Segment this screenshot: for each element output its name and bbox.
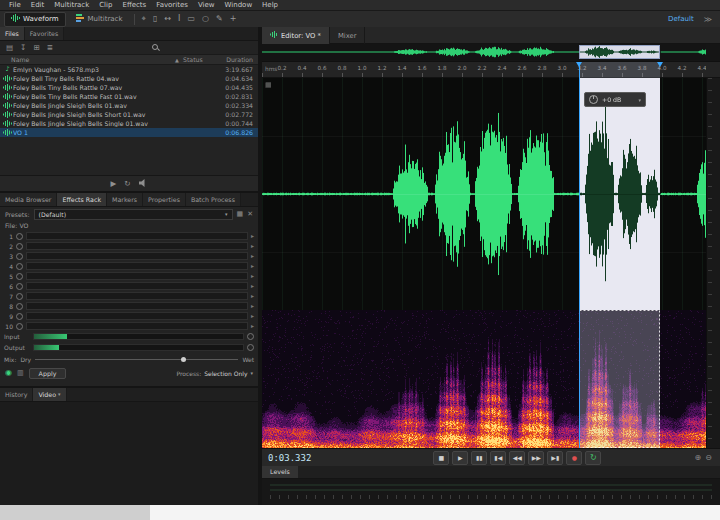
effect-slot-arrow-icon[interactable]: ▸ <box>251 253 254 259</box>
menu-multitrack[interactable]: Multitrack <box>49 1 94 9</box>
files-column-header[interactable]: Name ▲ Status Duration <box>0 55 258 65</box>
process-selector[interactable]: Process: Selection Only ▾ <box>176 370 253 377</box>
spectrogram-display[interactable] <box>262 310 720 448</box>
effect-power-toggle[interactable] <box>16 253 23 260</box>
tab-mixer[interactable]: Mixer <box>330 27 366 44</box>
effect-power-toggle[interactable] <box>16 283 23 290</box>
effect-slot-field[interactable] <box>26 302 248 310</box>
effect-power-toggle[interactable] <box>16 243 23 250</box>
insert-into-multitrack-icon[interactable]: ≣ <box>47 44 53 52</box>
stop-button[interactable]: ■ <box>433 451 449 465</box>
menu-file[interactable]: File <box>4 1 26 9</box>
effect-slot-arrow-icon[interactable]: ▸ <box>251 293 254 299</box>
waveform-view-button[interactable]: Waveform <box>4 12 66 27</box>
volume-knob-icon[interactable] <box>589 95 598 104</box>
effect-slot-field[interactable] <box>26 282 248 290</box>
rack-power-icon[interactable]: ◉ <box>5 369 12 377</box>
timeline-ruler[interactable]: hms 0.20.40.60.81.01.21.41.61.82.02.22.4… <box>262 62 720 78</box>
effect-slot-arrow-icon[interactable]: ▸ <box>251 283 254 289</box>
effect-slot-field[interactable] <box>26 292 248 300</box>
import-file-icon[interactable]: ↧ <box>20 44 26 52</box>
workspace-selector[interactable]: Default <box>668 15 694 23</box>
effect-power-toggle[interactable] <box>16 233 23 240</box>
fast-forward-button[interactable]: ▶▶ <box>528 451 544 465</box>
menu-edit[interactable]: Edit <box>26 1 50 9</box>
effect-power-toggle[interactable] <box>16 293 23 300</box>
skip-to-start-button[interactable]: ▮◀ <box>490 451 506 465</box>
effect-slot[interactable]: 4▸ <box>0 261 258 271</box>
zoom-out-icon[interactable]: ⊖ <box>705 453 712 462</box>
effect-slot-field[interactable] <box>26 232 248 240</box>
tab-markers[interactable]: Markers <box>107 193 143 206</box>
effect-slot[interactable]: 9▸ <box>0 311 258 321</box>
preview-loop-icon[interactable]: ↻ <box>124 180 130 188</box>
pause-button[interactable]: ▮▮ <box>471 451 487 465</box>
effect-slot-field[interactable] <box>26 272 248 280</box>
time-selection-tool-icon[interactable]: I <box>178 15 180 23</box>
save-preset-icon[interactable]: ▦ <box>237 211 244 218</box>
multitrack-view-button[interactable]: Multitrack <box>70 13 129 26</box>
output-toggle[interactable] <box>247 344 254 351</box>
preview-play-icon[interactable]: ▶ <box>110 180 116 188</box>
tab-video[interactable]: Video ▾ <box>33 388 66 401</box>
file-row[interactable]: Foley Bells Jingle Sleigh Bells Short 01… <box>0 110 258 119</box>
effect-slot-field[interactable] <box>26 242 248 250</box>
effect-slot-field[interactable] <box>26 252 248 260</box>
open-file-icon[interactable]: ▤ <box>6 44 13 52</box>
tab-favorites[interactable]: Favorites <box>25 27 64 40</box>
file-row[interactable]: ♪Emlyn Vaughan - 5678.mp33:19.667 <box>0 65 258 74</box>
effect-slot-field[interactable] <box>26 322 248 330</box>
display-settings-icon[interactable]: ▦ <box>265 81 272 89</box>
effect-power-toggle[interactable] <box>16 323 23 330</box>
menu-clip[interactable]: Clip <box>94 1 117 9</box>
effect-slot-field[interactable] <box>26 312 248 320</box>
razor-tool-icon[interactable]: ▯ <box>153 15 157 23</box>
effect-slot[interactable]: 7▸ <box>0 291 258 301</box>
loop-button[interactable]: ↻ <box>585 451 601 465</box>
levels-meter[interactable] <box>262 479 720 506</box>
apply-button[interactable]: Apply <box>29 368 67 379</box>
effect-slot[interactable]: 10▸ <box>0 321 258 331</box>
file-row[interactable]: Foley Bells Jingle Sleigh Bells 01.wav0:… <box>0 101 258 110</box>
tab-properties[interactable]: Properties <box>143 193 186 206</box>
spot-healing-tool-icon[interactable]: + <box>230 15 237 23</box>
record-button[interactable]: ● <box>566 451 582 465</box>
new-file-icon[interactable]: ⊞ <box>33 44 39 52</box>
tab-media-browser[interactable]: Media Browser <box>0 193 57 206</box>
overview-waveform[interactable] <box>262 44 706 60</box>
volume-hud[interactable]: +0 dB ▾ <box>584 92 646 107</box>
zoom-in-icon[interactable]: ⊕ <box>695 453 702 462</box>
move-tool-icon[interactable]: ⌖ <box>141 15 146 23</box>
file-row[interactable]: VO 10:06.826 <box>0 128 258 137</box>
play-button[interactable]: ▶ <box>452 451 468 465</box>
effect-slot[interactable]: 8▸ <box>0 301 258 311</box>
file-row[interactable]: Foley Bells Jingle Sleigh Bells Single 0… <box>0 119 258 128</box>
preset-dropdown[interactable]: (Default) ▾ <box>34 209 233 220</box>
effect-power-toggle[interactable] <box>16 303 23 310</box>
effect-slot-arrow-icon[interactable]: ▸ <box>251 313 254 319</box>
effect-slot-arrow-icon[interactable]: ▸ <box>251 303 254 309</box>
tab-files[interactable]: Files <box>0 27 25 40</box>
speaker-icon[interactable] <box>139 179 148 189</box>
menu-view[interactable]: View <box>193 1 220 9</box>
effect-slot[interactable]: 3▸ <box>0 251 258 261</box>
tab-editor-vo[interactable]: Editor: VO * <box>262 27 330 44</box>
effect-slot-arrow-icon[interactable]: ▸ <box>251 323 254 329</box>
rack-meters-icon[interactable]: ▥ <box>17 370 24 377</box>
tab-batch-process[interactable]: Batch Process <box>186 193 241 206</box>
skip-to-end-button[interactable]: ▶▮ <box>547 451 563 465</box>
selection-end-handle[interactable] <box>657 62 663 67</box>
effect-slot[interactable]: 6▸ <box>0 281 258 291</box>
selection-start-handle[interactable] <box>576 62 582 67</box>
file-row[interactable]: Foley Bells Tiny Bells Rattle Fast 01.wa… <box>0 92 258 101</box>
effect-slot[interactable]: 5▸ <box>0 271 258 281</box>
menu-window[interactable]: Window <box>220 1 258 9</box>
menu-effects[interactable]: Effects <box>117 1 151 9</box>
slip-tool-icon[interactable]: ↔ <box>164 15 171 23</box>
effect-power-toggle[interactable] <box>16 313 23 320</box>
toolbar-overflow-icon[interactable]: ≫ <box>704 15 712 24</box>
column-duration[interactable]: Duration <box>213 56 258 63</box>
effect-slot[interactable]: 1▸ <box>0 231 258 241</box>
mix-slider-handle[interactable] <box>181 357 186 362</box>
playhead-line[interactable] <box>579 62 580 448</box>
